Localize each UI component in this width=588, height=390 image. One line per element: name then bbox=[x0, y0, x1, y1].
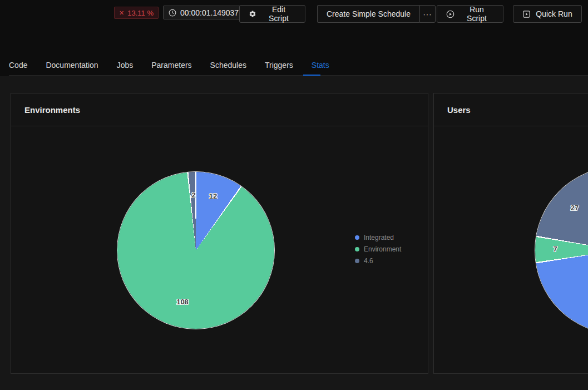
tab-bar: Code Documentation Jobs Parameters Sched… bbox=[9, 56, 329, 76]
tab-schedules[interactable]: Schedules bbox=[210, 61, 246, 71]
edit-script-button[interactable]: Edit Script bbox=[239, 5, 305, 23]
play-square-icon bbox=[522, 10, 531, 18]
quick-run-label: Quick Run bbox=[536, 9, 572, 18]
legend-dot-green-icon bbox=[355, 247, 359, 251]
toolbar: ✕ 13.11 % 00:00:01.1490377 Edit Script C… bbox=[0, 0, 588, 28]
tab-stats[interactable]: Stats bbox=[312, 61, 329, 71]
tab-parameters[interactable]: Parameters bbox=[151, 61, 191, 71]
legend-item-4-6[interactable]: 4.6 bbox=[355, 257, 401, 264]
schedule-more-options-button[interactable]: ··· bbox=[419, 5, 436, 23]
fail-rate-value: 13.11 % bbox=[127, 9, 154, 17]
environments-panel: Environments 2 12 108 Integrated Environ… bbox=[11, 93, 428, 374]
ellipsis-icon: ··· bbox=[423, 10, 432, 18]
legend-dot-gray-icon bbox=[355, 259, 359, 263]
legend-item-integrated[interactable]: Integrated bbox=[355, 234, 401, 241]
environments-panel-title: Environments bbox=[24, 105, 80, 115]
active-tab-indicator bbox=[303, 75, 320, 76]
users-chart-area: 27 7 bbox=[434, 126, 588, 373]
create-simple-schedule-label: Create Simple Schedule bbox=[327, 9, 411, 18]
users-panel: Users 27 7 bbox=[433, 93, 588, 374]
create-schedule-button-group: Create Simple Schedule ··· bbox=[317, 5, 436, 23]
duration-value: 00:00:01.1490377 bbox=[180, 8, 243, 17]
edit-script-label: Edit Script bbox=[261, 5, 296, 23]
legend-item-environment[interactable]: Environment bbox=[355, 245, 401, 253]
environments-pie-chart[interactable] bbox=[117, 172, 274, 329]
environments-chart-area: 2 12 108 Integrated Environment 4.6 bbox=[11, 126, 428, 373]
legend-label-environment: Environment bbox=[364, 245, 401, 253]
run-script-button[interactable]: Run Script bbox=[437, 5, 503, 23]
tabbar-divider bbox=[9, 75, 588, 76]
create-simple-schedule-button[interactable]: Create Simple Schedule bbox=[317, 5, 419, 23]
tab-documentation[interactable]: Documentation bbox=[46, 61, 98, 71]
play-circle-icon bbox=[446, 10, 454, 18]
environments-panel-header: Environments bbox=[11, 93, 428, 126]
tab-jobs[interactable]: Jobs bbox=[117, 61, 134, 71]
run-script-label: Run Script bbox=[459, 5, 494, 23]
users-panel-header: Users bbox=[434, 93, 588, 126]
legend-label-4-6: 4.6 bbox=[364, 257, 373, 265]
tab-triggers[interactable]: Triggers bbox=[265, 61, 293, 71]
environments-legend: Integrated Environment 4.6 bbox=[355, 234, 401, 264]
gear-icon bbox=[249, 10, 256, 18]
fail-rate-badge: ✕ 13.11 % bbox=[114, 7, 159, 19]
clock-icon bbox=[169, 9, 176, 17]
quick-run-button[interactable]: Quick Run bbox=[513, 5, 582, 23]
duration-badge: 00:00:01.1490377 bbox=[163, 6, 249, 19]
legend-label-integrated: Integrated bbox=[364, 234, 394, 241]
legend-dot-blue-icon bbox=[355, 235, 359, 240]
users-pie-chart[interactable] bbox=[535, 167, 588, 334]
users-panel-title: Users bbox=[447, 105, 471, 115]
tab-code[interactable]: Code bbox=[9, 61, 27, 71]
fail-x-icon: ✕ bbox=[119, 10, 124, 16]
